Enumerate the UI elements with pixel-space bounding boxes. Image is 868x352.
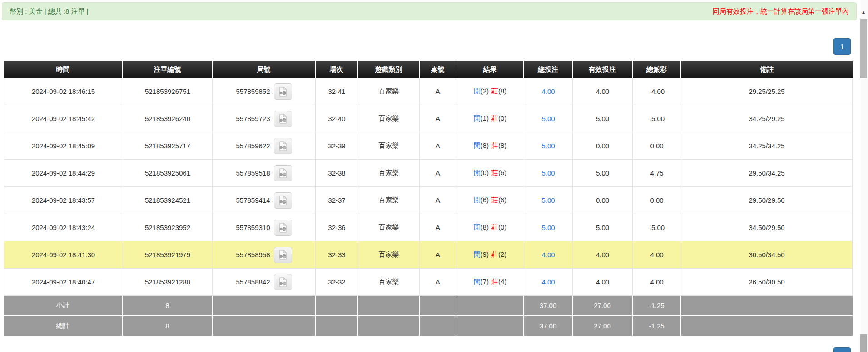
header-table-no: 桌號 (420, 61, 456, 78)
total-bet-link[interactable]: 4.00 (541, 88, 555, 95)
total-bet-link[interactable]: 5.00 (541, 224, 555, 231)
result-cell: 閒(9)莊(2) (456, 241, 524, 269)
result-banker-label: 莊 (491, 87, 498, 95)
total-bet-link[interactable]: 5.00 (541, 115, 555, 122)
result-banker-value: (8) (498, 87, 506, 95)
video-record-icon (278, 87, 288, 97)
valid-bet-note: 同局有效投注，統一計算在該局第一張注單內 (713, 7, 849, 16)
game-type-cell: 百家樂 (358, 214, 420, 241)
total-bet-link[interactable]: 5.00 (541, 142, 555, 150)
total-bet-cell: 4.00 (524, 241, 573, 269)
header-result: 結果 (456, 61, 524, 78)
valid-bet-cell: 0.00 (573, 187, 633, 214)
total-bet-link[interactable]: 5.00 (541, 169, 555, 177)
valid-bet-cell: 5.00 (573, 214, 633, 241)
video-replay-button[interactable] (274, 111, 292, 127)
table-no-cell: A (420, 214, 456, 241)
session-cell: 32-37 (316, 187, 358, 214)
video-replay-button[interactable] (274, 220, 292, 236)
round-id: 557858842 (236, 278, 270, 286)
result-banker-value: (4) (498, 278, 506, 285)
total-label: 總計 (4, 316, 123, 337)
total-bet-cell: 4.00 (524, 78, 573, 105)
header-time: 時間 (4, 61, 123, 78)
remark-cell: 30.50/34.50 (681, 241, 853, 269)
video-replay-button[interactable] (274, 274, 292, 290)
video-replay-button[interactable] (274, 192, 292, 209)
table-no-cell: A (420, 78, 456, 105)
result-player-value: (0) (481, 169, 489, 176)
game-type-cell: 百家樂 (358, 241, 420, 269)
video-record-icon (278, 277, 288, 287)
remark-cell: 29.25/25.25 (681, 78, 853, 105)
session-cell: 32-40 (316, 105, 358, 132)
empty-cell (681, 296, 853, 316)
game-type-cell: 百家樂 (358, 132, 420, 160)
bet-records-table: 時間 注單編號 局號 場次 遊戲類別 桌號 結果 總投注 有效投注 總派彩 備註… (4, 61, 853, 337)
table-no-cell: A (420, 160, 456, 187)
result-cell: 閒(8)莊(8) (456, 132, 524, 160)
round-cell: 557858958 (213, 241, 316, 269)
bet-id-cell: 521853924521 (123, 187, 213, 214)
remark-cell: 29.50/34.25 (681, 160, 853, 187)
round-cell: 557859622 (213, 132, 316, 160)
time-cell: 2024-09-02 18:43:24 (4, 214, 123, 241)
result-player-value: (9) (481, 250, 489, 258)
bet-id-cell: 521853921979 (123, 241, 213, 269)
scrollbar-bottom-thumb[interactable] (860, 334, 867, 352)
video-replay-button[interactable] (274, 247, 292, 263)
result-player-label: 閒 (474, 196, 481, 204)
header-remark: 備註 (681, 61, 853, 78)
total-bet-link[interactable]: 5.00 (541, 196, 555, 204)
total-bet-link[interactable]: 4.00 (541, 251, 555, 259)
scrollbar-up-arrow-icon[interactable]: ▲ (859, 8, 868, 16)
currency-total-info: 幣別 : 美金 | 總共 :8 注單 | (10, 7, 89, 16)
table-no-cell: A (420, 269, 456, 296)
total-row: 總計 8 37.00 27.00 -1.25 (4, 316, 853, 337)
result-player-label: 閒 (474, 87, 481, 95)
payout-cell: 0.00 (633, 187, 681, 214)
valid-bet-cell: 4.00 (573, 241, 633, 269)
empty-cell (358, 316, 420, 337)
total-bet-cell: 5.00 (524, 160, 573, 187)
game-type-cell: 百家樂 (358, 105, 420, 132)
scrollbar-thumb[interactable] (860, 19, 867, 78)
time-cell: 2024-09-02 18:41:30 (4, 241, 123, 269)
payout-cell: -5.00 (633, 105, 681, 132)
result-cell: 閒(6)莊(6) (456, 187, 524, 214)
header-valid-bet: 有效投注 (573, 61, 633, 78)
result-player-value: (8) (481, 142, 489, 149)
pagination-button-bottom[interactable]: 1 (833, 347, 851, 352)
pagination-button-top[interactable]: 1 (833, 38, 851, 55)
empty-cell (316, 316, 358, 337)
bet-id-cell: 521853926751 (123, 78, 213, 105)
round-id: 557859852 (236, 88, 270, 95)
summary-alert-bar: 幣別 : 美金 | 總共 :8 注單 | 同局有效投注，統一計算在該局第一張注單… (2, 2, 857, 20)
video-record-icon (278, 114, 288, 124)
header-total-payout: 總派彩 (633, 61, 681, 78)
total-bet-cell: 5.00 (524, 187, 573, 214)
session-cell: 32-39 (316, 132, 358, 160)
result-player-label: 閒 (474, 142, 481, 149)
total-valid-bet: 27.00 (573, 316, 633, 337)
video-replay-button[interactable] (274, 138, 292, 154)
bet-id-cell: 521853926240 (123, 105, 213, 132)
subtotal-label: 小計 (4, 296, 123, 316)
header-bet-id: 注單編號 (123, 61, 213, 78)
result-banker-value: (8) (498, 142, 506, 149)
header-game-type: 遊戲類別 (358, 61, 420, 78)
session-cell: 32-41 (316, 78, 358, 105)
payout-cell: -5.00 (633, 214, 681, 241)
total-total-bet: 37.00 (524, 316, 573, 337)
round-cell: 557859518 (213, 160, 316, 187)
payout-cell: 4.00 (633, 269, 681, 296)
result-player-label: 閒 (474, 278, 481, 285)
valid-bet-cell: 4.00 (573, 269, 633, 296)
game-type-cell: 百家樂 (358, 78, 420, 105)
video-replay-button[interactable] (274, 83, 292, 100)
video-replay-button[interactable] (274, 165, 292, 181)
total-bet-link[interactable]: 4.00 (541, 278, 555, 286)
total-bet-cell: 5.00 (524, 132, 573, 160)
video-record-icon (278, 168, 288, 178)
payout-cell: -4.00 (633, 78, 681, 105)
